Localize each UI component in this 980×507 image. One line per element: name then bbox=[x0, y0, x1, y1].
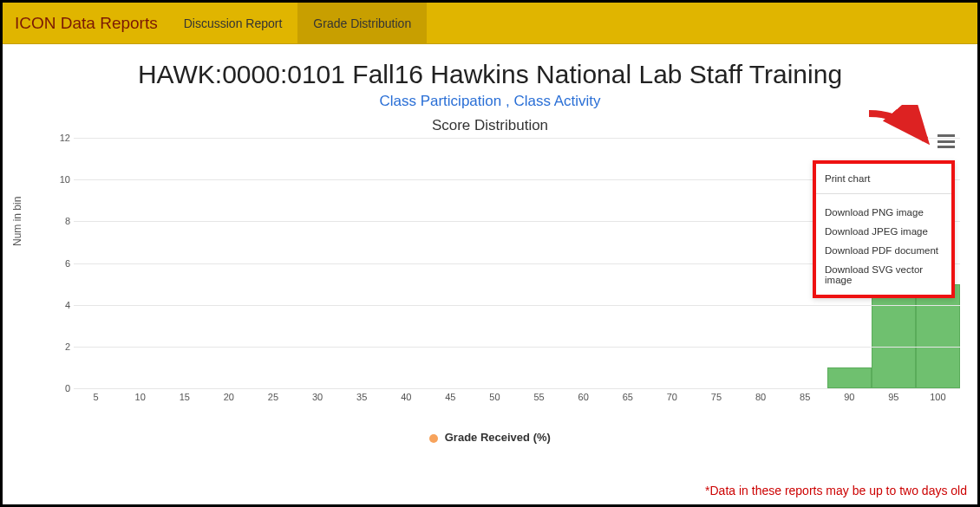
x-tick: 95 bbox=[880, 392, 906, 402]
x-tick: 40 bbox=[393, 392, 419, 402]
x-tick: 70 bbox=[659, 392, 685, 402]
app-brand: ICON Data Reports bbox=[11, 14, 168, 33]
bar[interactable] bbox=[872, 284, 916, 388]
y-tick: 10 bbox=[55, 174, 70, 185]
link-class-participation[interactable]: Class Participation bbox=[379, 93, 501, 109]
footnote: *Data in these reports may be up to two … bbox=[705, 484, 967, 497]
x-tick: 20 bbox=[216, 392, 242, 402]
x-tick: 65 bbox=[615, 392, 641, 402]
chart-title: Score Distribution bbox=[3, 117, 977, 134]
x-tick: 45 bbox=[437, 392, 463, 402]
x-tick: 35 bbox=[349, 392, 375, 402]
y-tick: 12 bbox=[55, 133, 70, 143]
x-tick: 30 bbox=[304, 392, 330, 402]
menu-print-chart[interactable]: Print chart bbox=[816, 169, 951, 188]
x-tick: 85 bbox=[792, 392, 818, 402]
subtitle: Class Participation , Class Activity bbox=[3, 93, 977, 110]
bar[interactable] bbox=[827, 367, 872, 388]
bar[interactable] bbox=[916, 284, 960, 388]
x-tick: 25 bbox=[260, 392, 286, 402]
x-tick: 5 bbox=[83, 392, 109, 402]
x-tick: 10 bbox=[127, 392, 154, 402]
page-title: HAWK:0000:0101 Fall16 Hawkins National L… bbox=[3, 60, 977, 89]
x-tick: 15 bbox=[172, 392, 198, 402]
menu-download-jpeg[interactable]: Download JPEG image bbox=[816, 222, 951, 241]
tab-discussion-report[interactable]: Discussion Report bbox=[168, 3, 298, 43]
y-tick: 4 bbox=[55, 300, 70, 310]
tab-grade-distribution[interactable]: Grade Distribution bbox=[297, 3, 427, 43]
y-tick: 8 bbox=[55, 216, 70, 226]
x-tick: 100 bbox=[924, 392, 951, 402]
menu-download-pdf[interactable]: Download PDF document bbox=[816, 241, 951, 260]
x-tick: 50 bbox=[481, 392, 507, 402]
x-tick: 75 bbox=[703, 392, 729, 402]
x-tick: 90 bbox=[836, 392, 862, 402]
chart-export-menu: Print chart Download PNG image Download … bbox=[813, 160, 955, 298]
y-tick: 6 bbox=[55, 258, 70, 269]
y-axis-label: Num in bin bbox=[11, 197, 23, 246]
menu-divider bbox=[816, 193, 951, 194]
subtitle-separator: , bbox=[506, 93, 513, 109]
menu-download-png[interactable]: Download PNG image bbox=[816, 203, 951, 222]
legend-label: Grade Received (%) bbox=[445, 431, 551, 444]
y-tick: 0 bbox=[55, 383, 70, 393]
chart-menu-icon[interactable] bbox=[938, 134, 955, 148]
x-tick: 55 bbox=[526, 392, 552, 402]
y-tick: 2 bbox=[55, 341, 70, 352]
x-tick: 80 bbox=[748, 392, 774, 402]
topbar: ICON Data Reports Discussion Report Grad… bbox=[3, 3, 977, 44]
x-tick: 60 bbox=[571, 392, 597, 402]
link-class-activity[interactable]: Class Activity bbox=[513, 93, 600, 109]
menu-download-svg[interactable]: Download SVG vector image bbox=[816, 260, 951, 289]
legend: Grade Received (%) bbox=[3, 431, 977, 444]
legend-dot-icon bbox=[429, 434, 438, 443]
